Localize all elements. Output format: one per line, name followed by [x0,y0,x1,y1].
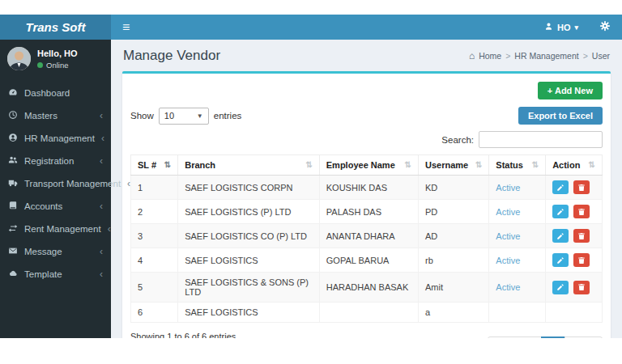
home-icon: ⌂ [469,50,475,61]
sidebar-item-hr-management[interactable]: HR Management ‹ [0,127,111,150]
export-to-excel-button[interactable]: Export to Excel [518,107,603,125]
chevron-left-icon: ‹ [100,202,103,210]
edit-button[interactable] [552,205,569,218]
navbar: ≡ HO ▾ [111,15,622,40]
chevron-left-icon: ‹ [108,225,111,233]
vendor-panel: + Add New Show 10 ▼ entries Export to Ex… [122,71,611,338]
sort-icon: ⇅ [405,160,411,169]
chevron-left-icon: ‹ [100,157,103,165]
cell-employee: PALASH DAS [319,200,418,224]
sidebar-item-masters[interactable]: Masters ‹ [0,104,111,127]
breadcrumb-separator: > [505,51,510,61]
table-row: 3 SAEF LOGISTICS CO (P) LTD ANANTA DHARA… [131,224,603,248]
edit-button[interactable] [552,253,569,267]
users-icon [8,155,18,167]
cell-sl: 6 [131,303,178,323]
gear-icon [599,20,611,35]
status-link[interactable]: Active [496,207,520,217]
sort-icon: ⇅ [589,160,595,169]
book-icon [8,201,18,212]
column-header-action[interactable]: Action⇅ [546,155,603,176]
column-header-status[interactable]: Status⇅ [489,155,546,176]
sidebar-item-rent-management[interactable]: Rent Management ‹ [0,218,111,240]
column-header-sl[interactable]: SL #⇅ [131,155,178,176]
add-new-button[interactable]: + Add New [538,82,603,99]
online-status-label: Online [46,61,68,70]
sidebar-item-dashboard[interactable]: Dashboard [0,82,111,104]
column-header-username[interactable]: Username⇅ [419,155,489,176]
delete-button[interactable] [573,205,590,218]
user-circle-icon [8,133,18,144]
cell-employee [319,303,418,323]
chevron-left-icon: ‹ [100,248,103,256]
main-content: Manage Vendor ⌂ Home > HR Management > U… [111,40,622,338]
settings-toggle[interactable] [588,15,622,40]
breadcrumb-separator: > [583,51,588,61]
cell-branch: SAEF LOGISTICS & SONS (P) LTD [178,273,320,303]
user-greeting: Hello, HO [37,49,78,58]
truck-icon [8,178,18,189]
column-header-branch[interactable]: Branch⇅ [178,155,320,176]
table-row: 1 SAEF LOGISTICS CORPN KOUSHIK DAS KD Ac… [131,176,603,200]
search-input[interactable] [479,131,603,148]
chevron-down-icon: ▼ [197,112,203,120]
delete-button[interactable] [573,229,590,243]
sort-icon: ⇅ [475,160,482,169]
show-label: Show [130,111,154,121]
page-title: Manage Vendor [123,48,220,64]
sort-icon: ⇅ [305,160,312,169]
cell-username: KD [419,176,489,200]
envelope-icon [8,246,18,257]
status-link[interactable]: Active [496,282,520,292]
delete-button[interactable] [573,253,590,267]
status-link[interactable]: Active [496,256,520,265]
user-menu[interactable]: HO ▾ [535,15,588,40]
breadcrumb: ⌂ Home > HR Management > User [469,50,610,61]
sidebar-item-template[interactable]: Template ‹ [0,263,111,286]
edit-button[interactable] [552,229,569,243]
breadcrumb-home[interactable]: Home [479,51,501,61]
column-header-employee-name[interactable]: Employee Name⇅ [319,155,418,176]
cell-branch: SAEF LOGISTICS CORPN [178,176,320,200]
topbar: Trans Soft ≡ HO ▾ [0,15,622,40]
entries-label: entries [214,111,242,121]
chevron-left-icon: ‹ [100,270,103,278]
status-link[interactable]: Active [496,183,520,193]
cell-sl: 2 [131,200,178,224]
cell-branch: SAEF LOGISTICS CO (P) LTD [178,224,320,248]
entries-select-value: 10 [164,111,174,121]
breadcrumb-hr-management[interactable]: HR Management [514,51,578,61]
entries-select[interactable]: 10 ▼ [159,108,209,125]
chevron-down-icon: ▾ [574,23,578,32]
pagination-next[interactable]: Next [564,336,603,338]
cell-sl: 3 [131,224,178,248]
sidebar-item-transport-management[interactable]: Transport Management ‹ [0,172,111,195]
cell-username: Amit [419,273,489,303]
online-status-dot [37,62,43,68]
sidebar-item-message[interactable]: Message ‹ [0,240,111,263]
search-label: Search: [441,135,474,145]
table-row: 2 SAEF LOGISTICS (P) LTD PALASH DAS PD A… [131,200,603,224]
edit-button[interactable] [552,180,569,194]
delete-button[interactable] [573,281,590,294]
cell-branch: SAEF LOGISTICS [178,303,320,323]
sidebar-toggle-icon[interactable]: ≡ [111,15,141,40]
user-menu-label: HO [557,23,571,32]
pagination-previous[interactable]: Previous [488,336,542,338]
cell-username: AD [419,224,489,248]
sidebar-item-accounts[interactable]: Accounts ‹ [0,195,111,218]
chevron-left-icon: ‹ [100,112,103,120]
delete-button[interactable] [573,180,590,194]
sidebar-item-registration[interactable]: Registration ‹ [0,150,111,172]
status-link[interactable]: Active [496,231,520,241]
cloud-icon [8,269,18,280]
sidebar: Hello, HO Online Dashboard Masters ‹ HR … [0,40,111,338]
cell-sl: 1 [131,176,178,200]
cell-branch: SAEF LOGISTICS (P) LTD [178,200,320,224]
sidebar-menu: Dashboard Masters ‹ HR Management ‹ Regi… [0,82,111,286]
user-panel: Hello, HO Online [0,40,111,78]
pagination-page-1[interactable]: 1 [541,336,565,338]
edit-button[interactable] [552,281,569,294]
brand-logo[interactable]: Trans Soft [0,15,111,40]
dashboard-icon [8,87,18,99]
